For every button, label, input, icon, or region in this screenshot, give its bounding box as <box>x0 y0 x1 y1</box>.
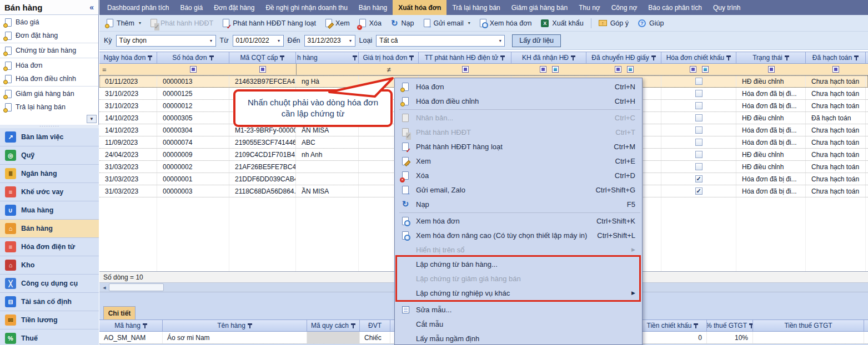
filter-square-icon[interactable] <box>702 66 709 73</box>
chevron-down-icon[interactable]: ▾ <box>468 21 470 26</box>
view-invoice-button[interactable]: Xem hóa đơn <box>476 17 536 30</box>
nav-khe-uoc-vay[interactable]: ≡Khế ước vay <box>0 183 99 201</box>
col-khach-hang[interactable]: h hàng <box>296 52 359 63</box>
pin-icon[interactable] <box>209 55 214 60</box>
type-select[interactable]: Tất cả▾ <box>376 35 505 47</box>
discount-checkbox[interactable] <box>695 114 703 121</box>
export-button[interactable]: XXuất khẩu <box>537 17 587 30</box>
collapse-sidebar-icon[interactable]: « <box>89 3 94 12</box>
tab-bao-gia[interactable]: Báo giá <box>174 0 208 15</box>
discount-checkbox[interactable] <box>695 139 703 146</box>
pin-icon[interactable] <box>500 55 505 60</box>
scrollbar-thumb[interactable] <box>109 283 164 291</box>
menu-xem-hoa-don-nang-cao[interactable]: Xem hóa đơn nâng cao (Có tùy chọn thiết … <box>395 228 642 242</box>
nav-thue[interactable]: %Thuế <box>0 329 99 345</box>
nav-ngan-hang[interactable]: ⅢNgân hàng <box>0 165 99 183</box>
filter-chiet-khau[interactable] <box>661 64 736 75</box>
col-phan-tram-thue[interactable]: % thuế GTGT <box>707 320 753 331</box>
sidebar-item-tra-lai-hang-ban[interactable]: Trả lại hàng bán <box>0 100 98 114</box>
pin-icon[interactable] <box>749 323 753 328</box>
menu-lap-chung-tu-ban-hang[interactable]: Lập chứng từ bán hàng... <box>395 257 642 271</box>
menu-lay-mau-ngam-dinh[interactable]: Lấy mẫu ngầm định <box>395 331 642 345</box>
filter-cqt[interactable] <box>229 64 296 75</box>
nav-cong-cu-dung-cu[interactable]: ╳Công cụ dụng cụ <box>0 275 99 293</box>
filter-square-icon[interactable] <box>615 66 621 73</box>
col-gia-tri-hoa-don[interactable]: Giá trị hoá đơn <box>359 52 419 63</box>
tab-cong-no[interactable]: Công nợ <box>606 0 643 15</box>
pin-icon[interactable] <box>854 55 859 60</box>
menu-phat-hanh-hddt[interactable]: Phát hành HĐĐTCtrl+T <box>395 125 642 139</box>
nav-ban-hang[interactable]: ⌂Bán hàng <box>0 220 99 238</box>
col-kh-da-nhan[interactable]: KH đã nhận HĐ <box>511 52 586 63</box>
col-da-chuyen-giay[interactable]: Đã chuyển HĐ giấy <box>586 52 661 63</box>
to-date-picker[interactable]: 31/12/2023▾ <box>304 35 355 47</box>
pin-icon[interactable] <box>785 55 789 60</box>
col-da-hach-toan[interactable]: Đã hạch toán <box>806 52 866 63</box>
col-ma-cqt-cap[interactable]: Mã CQT cấp <box>229 52 296 63</box>
filter-square-icon[interactable] <box>259 66 266 73</box>
delete-button[interactable]: Xóa <box>355 17 385 30</box>
col-ten-hang[interactable]: Tên hàng <box>163 320 307 331</box>
sidebar-item-giam-gia-hang-ban[interactable]: Giảm giá hàng bán <box>0 87 98 100</box>
refresh-button[interactable]: ↻Nạp <box>387 17 418 30</box>
col-trang-thai[interactable]: Trạng thái <box>736 52 806 63</box>
filter-date[interactable]: = <box>99 64 157 75</box>
nav-hoa-don-dien-tu[interactable]: ≡Hóa đơn điện tử <box>0 238 99 256</box>
period-select[interactable]: Tùy chọn▾ <box>116 35 216 47</box>
sidebar-item-hoa-don[interactable]: Hóa đơn <box>0 59 98 72</box>
col-tien-chiet-khau[interactable]: Tiền chiết khấu <box>639 320 707 331</box>
filter-number[interactable] <box>157 64 229 75</box>
menu-phat-hanh-hddt-hang-loat[interactable]: Phát hành HĐĐT hàng loạtCtrl+M <box>395 139 642 154</box>
sidebar-item-chung-tu-ban-hang[interactable]: Chứng từ bán hàng <box>0 44 98 57</box>
nav-quy[interactable]: ◎Quỹ <box>0 146 99 165</box>
tab-xuat-hoa-don[interactable]: Xuất hóa đơn <box>393 0 446 15</box>
filter-square-icon[interactable] <box>832 66 839 73</box>
filter-square-icon[interactable] <box>627 66 634 73</box>
pin-icon[interactable] <box>353 55 357 60</box>
pin-icon[interactable] <box>351 323 355 328</box>
sidebar-more-button[interactable]: ▼ <box>87 115 97 123</box>
menu-xem[interactable]: XemCtrl+E <box>395 154 642 168</box>
filter-square-icon[interactable] <box>768 66 775 73</box>
menu-sua-mau[interactable]: Sửa mẫu... <box>395 302 642 317</box>
menu-hoa-don-dieu-chinh[interactable]: Hóa đơn điều chỉnhCtrl+H <box>395 94 642 108</box>
menu-nhan-ban[interactable]: Nhân bản...Ctrl+C <box>395 110 642 125</box>
tab-dashboard-phan-tich[interactable]: Dashboard phân tích <box>102 0 174 15</box>
chevron-down-icon[interactable]: ▾ <box>139 21 141 26</box>
discount-checkbox[interactable] <box>695 78 703 85</box>
filter-trang-thai[interactable] <box>736 64 806 75</box>
menu-hien-thi-tren-so[interactable]: Hiển thị trên sổ▶ <box>395 242 642 257</box>
pin-icon[interactable] <box>148 55 152 60</box>
nav-mua-hang[interactable]: ∪Mua hàng <box>0 201 99 220</box>
filter-square-icon[interactable] <box>190 66 197 73</box>
tab-de-nghi-ghi-nhan-doanh-thu[interactable]: Đề nghị ghi nhận doanh thu <box>260 0 353 15</box>
pin-icon[interactable] <box>409 55 414 60</box>
filter-tt[interactable] <box>419 64 511 75</box>
help-button[interactable]: ?Giúp <box>634 17 668 30</box>
sidebar-item-don-dat-hang[interactable]: Đơn đặt hàng <box>0 29 98 42</box>
filter-square-icon[interactable] <box>690 66 696 73</box>
filter-hach-toan[interactable] <box>806 64 866 75</box>
pin-icon[interactable] <box>726 55 731 60</box>
discount-checkbox[interactable] <box>695 126 703 134</box>
scroll-left-icon[interactable]: ◀ <box>101 284 108 291</box>
pin-icon[interactable] <box>248 323 252 328</box>
filter-square-icon[interactable] <box>552 66 559 73</box>
menu-xem-hoa-don[interactable]: Xem hóa đơnCtrl+Shift+K <box>395 214 642 228</box>
col-so-hoa-don[interactable]: Số hóa đơn <box>157 52 229 63</box>
nav-kho[interactable]: ⌂Kho <box>0 256 99 275</box>
col-hoa-don-chiet-khau[interactable]: Hóa đơn chiết khấu <box>661 52 736 63</box>
col-tien-thue[interactable]: Tiền thuế GTGT <box>753 320 864 331</box>
discount-checkbox[interactable] <box>695 175 703 182</box>
tab-giam-gia-hang-ban[interactable]: Giảm giá hàng bán <box>506 0 573 15</box>
menu-lap-chung-tu-nghiep-vu-khac[interactable]: Lập chứng từ nghiệp vụ khác▶ <box>395 286 642 300</box>
nav-tai-san-co-dinh[interactable]: ⊟Tài sản cố định <box>0 293 99 311</box>
tab-tra-lai-hang-ban[interactable]: Trả lại hàng bán <box>446 0 505 15</box>
publish-einvoice-button[interactable]: Phát hành HĐĐT <box>147 17 217 30</box>
publish-einvoice-batch-button[interactable]: Phát hành HĐĐT hàng loạt <box>219 17 320 30</box>
col-ma-hang[interactable]: Mã hàng <box>99 320 163 331</box>
menu-gui-email-zalo[interactable]: Gửi email, ZaloCtrl+Shift+G <box>395 182 642 197</box>
tab-chi-tiet[interactable]: Chi tiết <box>103 306 136 320</box>
get-data-button[interactable]: Lấy dữ liệu <box>512 34 561 47</box>
menu-lap-chung-tu-giam-gia[interactable]: Lập chứng từ giảm giá hàng bán <box>395 271 642 286</box>
